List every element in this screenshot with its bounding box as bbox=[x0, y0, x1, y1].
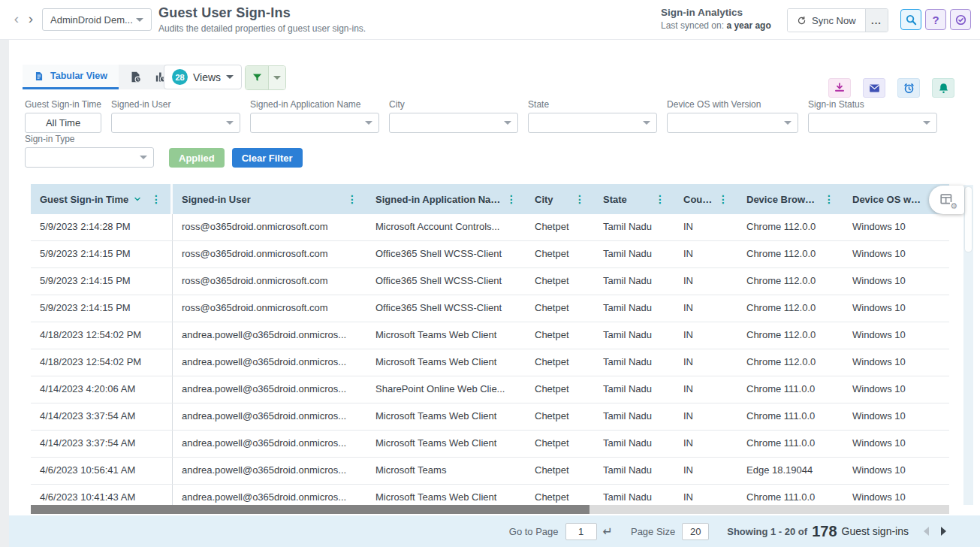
applied-button[interactable]: Applied bbox=[169, 148, 225, 168]
filter-label: Guest Sign-in Time bbox=[25, 99, 101, 110]
export-download-button[interactable] bbox=[828, 78, 851, 98]
column-header-state[interactable]: State⋮ bbox=[594, 184, 674, 214]
report-schedule-icon[interactable] bbox=[129, 71, 142, 83]
chevron-down-icon bbox=[365, 121, 372, 125]
filter-label: Sign-in Status bbox=[808, 99, 937, 110]
table-cell-country: IN bbox=[674, 295, 737, 322]
column-menu-icon[interactable]: ⋮ bbox=[650, 193, 665, 205]
table-cell-country: IN bbox=[674, 349, 737, 376]
table-cell-device-os-with-version: Windows 10 bbox=[843, 403, 947, 430]
tab-tabular-view[interactable]: Tabular View bbox=[23, 65, 119, 89]
filter-field-signed-in-application-name: Signed-in Application Name bbox=[250, 99, 379, 133]
state-select[interactable] bbox=[528, 113, 657, 133]
horizontal-scrollbar-thumb[interactable] bbox=[31, 505, 590, 514]
sign-in-type-select[interactable] bbox=[25, 147, 154, 168]
table-cell-device-os-with-version: Windows 10 bbox=[843, 458, 947, 484]
column-menu-icon[interactable]: ⋮ bbox=[570, 193, 585, 205]
table-cell-guest-sign-in-time: 5/9/2023 2:14:15 PM bbox=[31, 241, 173, 267]
last-synced-text: Last synced on: a year ago bbox=[661, 20, 771, 31]
table-cell-state: Tamil Nadu bbox=[594, 431, 674, 457]
column-header-signed-in-user[interactable]: Signed-in User⋮ bbox=[173, 184, 366, 214]
filter-field: Sign-in Type bbox=[25, 134, 154, 168]
activity-status-button[interactable] bbox=[950, 9, 971, 30]
analytics-title: Sign-in Analytics bbox=[661, 7, 771, 18]
search-icon bbox=[905, 14, 918, 26]
schedule-alert-button[interactable] bbox=[897, 78, 920, 98]
table-cell-city: Chetpet bbox=[526, 376, 594, 403]
email-report-button[interactable] bbox=[863, 78, 885, 98]
column-chooser-button[interactable]: ⚙ bbox=[929, 186, 964, 214]
table-body: 5/9/2023 2:14:28 PMross@o365droid.onmicr… bbox=[31, 214, 949, 512]
table-cell-state: Tamil Nadu bbox=[594, 458, 674, 484]
table-cell-country: IN bbox=[674, 268, 737, 295]
views-dropdown-button[interactable]: 28 Views bbox=[164, 65, 242, 89]
table-cell-device-browser: Chrome 111.0.0 bbox=[737, 431, 843, 457]
vertical-scrollbar-thumb[interactable] bbox=[965, 187, 972, 252]
sort-descending-icon[interactable] bbox=[133, 195, 142, 204]
column-menu-icon[interactable]: ⋮ bbox=[819, 193, 834, 205]
table-cell-signed-in-application-name: Microsoft Teams bbox=[366, 458, 526, 484]
chevron-down-icon bbox=[226, 75, 234, 79]
nav-forward-button[interactable]: › bbox=[23, 10, 38, 28]
page-size-label: Page Size bbox=[631, 526, 675, 537]
guest-sign-in-time-field[interactable]: All Time bbox=[25, 113, 101, 133]
table-cell-device-browser: Chrome 112.0.0 bbox=[737, 295, 843, 322]
table-row: 4/18/2023 12:54:02 PMandrea.powell@o365d… bbox=[31, 322, 949, 349]
enter-arrow-icon[interactable]: ↵ bbox=[603, 524, 613, 539]
table-cell-device-browser: Chrome 112.0.0 bbox=[737, 322, 843, 349]
last-synced-label: Last synced on: bbox=[661, 20, 724, 31]
column-header-device-browser[interactable]: Device Browser⋮ bbox=[737, 184, 843, 214]
filter-label: Signed-in Application Name bbox=[250, 99, 379, 110]
column-menu-icon[interactable]: ⋮ bbox=[713, 193, 728, 205]
column-header-guest-sign-in-time[interactable]: Guest Sign-in Time⋮ bbox=[31, 184, 173, 214]
column-header-city[interactable]: City⋮ bbox=[526, 184, 594, 214]
clock-check-icon bbox=[954, 14, 967, 26]
table-cell-guest-sign-in-time: 5/9/2023 2:14:15 PM bbox=[31, 295, 173, 322]
go-to-page-input[interactable] bbox=[565, 523, 597, 540]
previous-page-button[interactable] bbox=[924, 527, 929, 536]
column-menu-icon[interactable]: ⋮ bbox=[146, 193, 161, 205]
page-size-input[interactable] bbox=[682, 523, 709, 540]
signed-in-user-select[interactable] bbox=[111, 113, 240, 133]
sync-more-options-button[interactable]: ... bbox=[865, 9, 888, 32]
filter-apply-button[interactable] bbox=[246, 66, 268, 89]
column-header-signed-in-application-name[interactable]: Signed-in Application Name⋮ bbox=[366, 184, 526, 214]
chevron-down-icon bbox=[136, 18, 143, 22]
next-page-button[interactable] bbox=[941, 527, 946, 536]
table-cell-city: Chetpet bbox=[526, 431, 594, 457]
table-header-row: Guest Sign-in Time⋮Signed-in User⋮Signed… bbox=[31, 184, 949, 214]
signed-in-application-name-select[interactable] bbox=[250, 113, 379, 133]
column-menu-icon[interactable]: ⋮ bbox=[502, 193, 517, 205]
table-cell-signed-in-user: andrea.powell@o365droid.onmicros... bbox=[173, 376, 366, 403]
filter-field-state: State bbox=[528, 99, 657, 133]
city-select[interactable] bbox=[389, 113, 518, 133]
table-cell-guest-sign-in-time: 4/18/2023 12:54:02 PM bbox=[31, 349, 173, 376]
horizontal-scrollbar-track[interactable] bbox=[31, 505, 949, 514]
search-button[interactable] bbox=[900, 9, 921, 30]
column-header-country[interactable]: Country⋮ bbox=[674, 184, 737, 214]
table-row: 4/6/2023 10:56:41 AMandrea.powell@o365dr… bbox=[31, 458, 949, 485]
table-cell-device-os-with-version: Windows 10 bbox=[843, 295, 947, 322]
tenant-selector[interactable]: AdminDroid Dem... bbox=[42, 8, 152, 31]
notification-button[interactable] bbox=[932, 78, 954, 98]
nav-back-button[interactable]: ‹ bbox=[9, 10, 24, 28]
table-cell-state: Tamil Nadu bbox=[594, 349, 674, 376]
analytics-block: Sign-in Analytics Last synced on: a year… bbox=[661, 7, 771, 31]
filter-dropdown-button[interactable] bbox=[268, 66, 285, 89]
table-cell-city: Chetpet bbox=[526, 458, 594, 484]
help-button[interactable]: ? bbox=[925, 9, 946, 30]
vertical-scrollbar-track[interactable] bbox=[963, 185, 973, 505]
last-synced-value: a year ago bbox=[726, 20, 770, 31]
device-os-with-version-select[interactable] bbox=[667, 113, 798, 133]
sign-in-status-select[interactable] bbox=[808, 113, 937, 133]
table-cell-signed-in-user: ross@o365droid.onmicrosoft.com bbox=[173, 268, 366, 295]
column-menu-icon[interactable]: ⋮ bbox=[342, 193, 357, 205]
table-cell-signed-in-user: ross@o365droid.onmicrosoft.com bbox=[173, 214, 366, 240]
chevron-down-icon bbox=[140, 156, 147, 159]
table-cell-signed-in-user: andrea.powell@o365droid.onmicros... bbox=[173, 322, 366, 349]
filter-label: Signed-in User bbox=[111, 99, 240, 110]
filter-label: Sign-in Type bbox=[25, 134, 154, 144]
clear-filter-button[interactable]: Clear Filter bbox=[232, 148, 303, 168]
table-row: 4/18/2023 12:54:02 PMandrea.powell@o365d… bbox=[31, 349, 949, 376]
sync-now-button[interactable]: Sync Now bbox=[788, 9, 865, 32]
